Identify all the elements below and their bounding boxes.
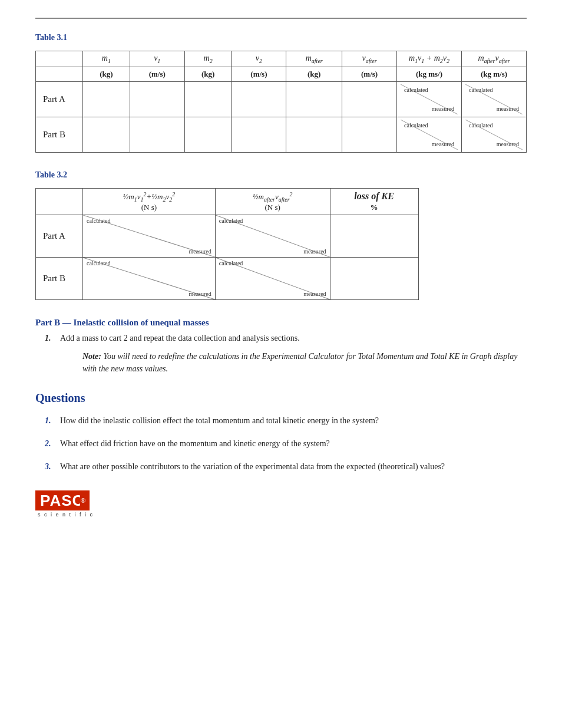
table32: ½m1v12+½m2v22(N s) ½maftervafter2(N s) l… xyxy=(35,188,419,300)
table31-cell-partb-v2 xyxy=(232,117,286,152)
top-rule xyxy=(35,18,527,19)
question-text-2: What effect did friction have on the mom… xyxy=(60,437,330,450)
part-b-item1: 1. Add a mass to cart 2 and repeat the d… xyxy=(45,334,527,343)
table31-cell-partb-v1 xyxy=(130,117,184,152)
table32-meas-label-parta-kea: measured xyxy=(303,248,326,255)
part-b-item1-num: 1. xyxy=(45,334,55,343)
question-num-2: 2. xyxy=(45,437,55,450)
table31-cell-parta-momentum-after: calculated measured xyxy=(462,81,527,117)
table32-calc-label-parta-keb: calculated xyxy=(87,218,111,224)
table32-cell-partb-ke-after: calculated measured xyxy=(215,257,330,299)
table31-calc-label-parta-mb: calculated xyxy=(404,87,428,93)
table31-calc-label-partb-mb: calculated xyxy=(404,122,428,129)
question-item-2: 2. What effect did friction have on the … xyxy=(45,437,527,450)
table31-col-mafter: mafter xyxy=(286,51,342,67)
table32-empty-header xyxy=(36,188,83,215)
table31-cell-partb-momentum-after: calculated measured xyxy=(462,117,527,152)
table32-col-loss-ke: loss of KE% xyxy=(330,188,418,215)
table32-cell-parta-ke-after: calculated measured xyxy=(215,215,330,257)
table31-cell-partb-mafter xyxy=(286,117,342,152)
table32-label-parta: Part A xyxy=(36,215,83,257)
question-num-3: 3. xyxy=(45,460,55,473)
table32-calc-label-parta-kea: calculated xyxy=(219,218,243,224)
table31-header-row: m1 v1 m2 v2 mafter vafter m1v1 + m2v2 ma… xyxy=(36,51,527,67)
registered-mark: ® xyxy=(81,497,86,504)
table31-meas-label-parta-mb: measured xyxy=(432,106,454,112)
table31-empty-header xyxy=(36,51,83,67)
table31-col-momentum-before: m1v1 + m2v2 xyxy=(397,51,462,67)
part-b-note: Note: You will need to redefine the calc… xyxy=(82,350,527,375)
pasco-wordmark: PASCO ® xyxy=(35,490,90,510)
table32-title: Table 3.2 xyxy=(35,170,527,180)
question-item-1: 1. How did the inelastic collision effec… xyxy=(45,414,527,427)
table31-label-parta: Part A xyxy=(36,81,83,117)
table32-meas-label-parta-keb: measured xyxy=(189,248,211,255)
table31-row-partb: Part B calculated measured xyxy=(36,117,527,152)
part-b-title: Part B — Inelastic collision of unequal … xyxy=(35,318,527,328)
table31-label-partb: Part B xyxy=(36,117,83,152)
table31-col-v1: v1 xyxy=(130,51,184,67)
table31-meas-label-partb-ma: measured xyxy=(497,141,519,147)
table31-cell-parta-v1 xyxy=(130,81,184,117)
table31-cell-partb-vafter xyxy=(342,117,397,152)
table31-calc-label-partb-ma: calculated xyxy=(469,122,493,129)
note-label: Note: xyxy=(82,352,101,361)
table31-col-m2: m2 xyxy=(184,51,232,67)
table31-col-vafter: vafter xyxy=(342,51,397,67)
table32-cell-parta-loss-ke xyxy=(330,215,418,257)
table31-col-v2: v2 xyxy=(232,51,286,67)
table32-label-partb: Part B xyxy=(36,257,83,299)
table31-unit-v1: (m/s) xyxy=(130,67,184,81)
table32-calc-label-partb-keb: calculated xyxy=(87,260,111,266)
part-b-list: 1. Add a mass to cart 2 and repeat the d… xyxy=(45,334,527,343)
table32-section: Table 3.2 ½m1v12+½m2v22(N s) ½maftervaft… xyxy=(35,170,527,300)
pasco-logo: PASCO ® s c i e n t i f i c xyxy=(35,490,527,518)
table31-cell-parta-momentum-before: calculated measured xyxy=(397,81,462,117)
table31-cell-parta-mafter xyxy=(286,81,342,117)
note-text-content: You will need to redefine the calculatio… xyxy=(82,352,517,373)
table32-cell-parta-ke-before: calculated measured xyxy=(83,215,216,257)
table32-cell-partb-ke-before: calculated measured xyxy=(83,257,216,299)
table31-unit-row: (kg) (m/s) (kg) (m/s) (kg) (m/s) (kg ms/… xyxy=(36,67,527,81)
table31-title: Table 3.1 xyxy=(35,33,527,42)
table31-cell-parta-vafter xyxy=(342,81,397,117)
table31-cell-parta-m1 xyxy=(83,81,130,117)
table32-col-ke-after: ½maftervafter2(N s) xyxy=(215,188,330,215)
table32-calc-label-partb-kea: calculated xyxy=(219,260,243,266)
table31-unit-momentum-after: (kg m/s) xyxy=(462,67,527,81)
table32-cell-partb-loss-ke xyxy=(330,257,418,299)
table31-row-parta: Part A calculated measured xyxy=(36,81,527,117)
table31-cell-partb-momentum-before: calculated measured xyxy=(397,117,462,152)
table31-cell-partb-m1 xyxy=(83,117,130,152)
table32-meas-label-partb-keb: measured xyxy=(189,291,211,297)
question-text-3: What are other possible contributors to … xyxy=(60,460,445,473)
part-b-item1-text: Add a mass to cart 2 and repeat the data… xyxy=(60,334,300,343)
table32-row-parta: Part A calculated measured calculated me… xyxy=(36,215,419,257)
table31-unit-mafter: (kg) xyxy=(286,67,342,81)
table31-unit-vafter: (m/s) xyxy=(342,67,397,81)
questions-list: 1. How did the inelastic collision effec… xyxy=(45,414,527,473)
table31-calc-label-parta-ma: calculated xyxy=(469,87,493,93)
table31-section: Table 3.1 m1 v1 m2 v2 mafter vafter m1v1… xyxy=(35,33,527,153)
table31-col-m1: m1 xyxy=(83,51,130,67)
table31-unit-m2: (kg) xyxy=(184,67,232,81)
question-text-1: How did the inelastic collision effect t… xyxy=(60,414,379,427)
table31-cell-partb-m2 xyxy=(184,117,232,152)
table31-unit-m1: (kg) xyxy=(83,67,130,81)
table32-col-ke-before: ½m1v12+½m2v22(N s) xyxy=(83,188,216,215)
pasco-sub: s c i e n t i f i c xyxy=(38,512,94,518)
question-num-1: 1. xyxy=(45,414,55,427)
table31-meas-label-partb-mb: measured xyxy=(432,141,454,147)
table32-meas-label-partb-kea: measured xyxy=(303,291,326,297)
svg-text:PASCO: PASCO xyxy=(40,492,80,509)
table32-row-partb: Part B calculated measured calculated me… xyxy=(36,257,419,299)
questions-section: Questions 1. How did the inelastic colli… xyxy=(35,391,527,473)
questions-title: Questions xyxy=(35,391,527,405)
table31-cell-parta-v2 xyxy=(232,81,286,117)
table31-cell-parta-m2 xyxy=(184,81,232,117)
table32-header-row: ½m1v12+½m2v22(N s) ½maftervafter2(N s) l… xyxy=(36,188,419,215)
part-b-section: Part B — Inelastic collision of unequal … xyxy=(35,318,527,375)
table31-meas-label-parta-ma: measured xyxy=(497,106,519,112)
pasco-logo-box: PASCO ® s c i e n t i f i c xyxy=(35,490,94,518)
table31-empty-unit xyxy=(36,67,83,81)
